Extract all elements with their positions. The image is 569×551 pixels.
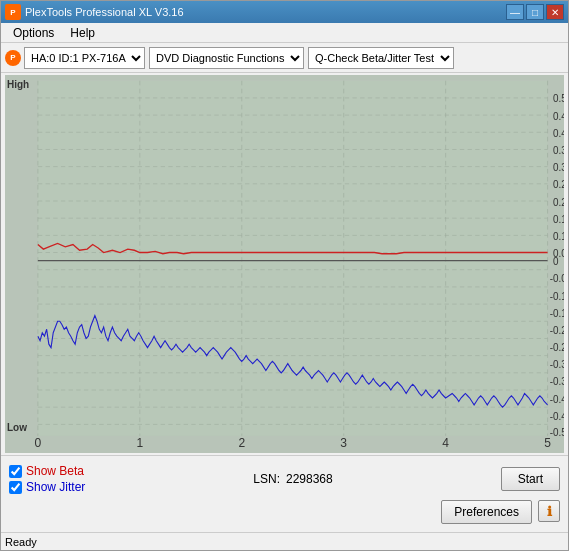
svg-text:-0.2: -0.2	[550, 325, 564, 336]
svg-text:-0.4: -0.4	[550, 393, 564, 404]
svg-text:1: 1	[136, 436, 143, 450]
app-icon: P	[5, 4, 21, 20]
svg-text:0.5: 0.5	[553, 93, 564, 104]
menu-options[interactable]: Options	[5, 24, 62, 42]
preferences-row: Preferences ℹ	[9, 498, 560, 528]
svg-text:0.1: 0.1	[553, 231, 564, 242]
svg-text:-0.35: -0.35	[550, 376, 564, 387]
chart-svg: 0 1 2 3 4 5 0.5 0.45 0.4 0.35 0.3 0.25 0…	[5, 75, 564, 453]
status-text: Ready	[5, 536, 37, 548]
show-jitter-checkbox[interactable]	[9, 481, 22, 494]
chart-area: High Low	[5, 75, 564, 453]
checkboxes-area: Show Beta Show Jitter	[9, 464, 85, 494]
close-button[interactable]: ✕	[546, 4, 564, 20]
svg-text:-0.3: -0.3	[550, 359, 564, 370]
window-title: PlexTools Professional XL V3.16	[25, 6, 506, 18]
bottom-controls: Show Beta Show Jitter LSN: 2298368 Start	[9, 460, 560, 498]
svg-text:-0.5: -0.5	[550, 427, 564, 438]
svg-text:4: 4	[442, 436, 449, 450]
svg-rect-0	[38, 81, 548, 436]
svg-text:0: 0	[35, 436, 42, 450]
minimize-button[interactable]: —	[506, 4, 524, 20]
toolbar: P HA:0 ID:1 PX-716A DVD Diagnostic Funct…	[1, 43, 568, 73]
title-bar: P PlexTools Professional XL V3.16 — □ ✕	[1, 1, 568, 23]
right-controls: Start	[501, 467, 560, 491]
svg-text:0.3: 0.3	[553, 162, 564, 173]
show-beta-checkbox[interactable]	[9, 465, 22, 478]
menu-help[interactable]: Help	[62, 24, 103, 42]
svg-text:-0.05: -0.05	[550, 273, 564, 284]
lsn-label: LSN:	[253, 472, 280, 486]
device-icon: P	[5, 50, 21, 66]
status-bar: Ready	[1, 532, 568, 550]
main-window: P PlexTools Professional XL V3.16 — □ ✕ …	[0, 0, 569, 551]
show-beta-label: Show Beta	[26, 464, 84, 478]
show-beta-row: Show Beta	[9, 464, 85, 478]
show-jitter-row: Show Jitter	[9, 480, 85, 494]
test-select[interactable]: Q-Check Beta/Jitter Test	[308, 47, 454, 69]
svg-text:0.45: 0.45	[553, 110, 564, 121]
svg-text:0.4: 0.4	[553, 128, 564, 139]
maximize-button[interactable]: □	[526, 4, 544, 20]
device-selector-area: P HA:0 ID:1 PX-716A	[5, 47, 145, 69]
menu-bar: Options Help	[1, 23, 568, 43]
show-jitter-label: Show Jitter	[26, 480, 85, 494]
svg-text:-0.25: -0.25	[550, 342, 564, 353]
svg-text:-0.15: -0.15	[550, 307, 564, 318]
device-select[interactable]: HA:0 ID:1 PX-716A	[24, 47, 145, 69]
svg-text:2: 2	[238, 436, 245, 450]
svg-text:-0.1: -0.1	[550, 290, 564, 301]
svg-text:0.2: 0.2	[553, 196, 564, 207]
function-select[interactable]: DVD Diagnostic Functions	[149, 47, 304, 69]
start-button[interactable]: Start	[501, 467, 560, 491]
lsn-display: LSN: 2298368	[253, 472, 332, 486]
svg-text:3: 3	[340, 436, 347, 450]
svg-text:0.35: 0.35	[553, 145, 564, 156]
lsn-value: 2298368	[286, 472, 333, 486]
svg-text:5: 5	[544, 436, 551, 450]
chart-container: High Low	[5, 75, 564, 453]
bottom-panel: Show Beta Show Jitter LSN: 2298368 Start…	[1, 455, 568, 532]
svg-text:-0.45: -0.45	[550, 411, 564, 422]
title-buttons: — □ ✕	[506, 4, 564, 20]
svg-text:0.25: 0.25	[553, 179, 564, 190]
preferences-button[interactable]: Preferences	[441, 500, 532, 524]
svg-text:0: 0	[553, 256, 559, 267]
svg-text:0.15: 0.15	[553, 214, 564, 225]
info-button[interactable]: ℹ	[538, 500, 560, 522]
